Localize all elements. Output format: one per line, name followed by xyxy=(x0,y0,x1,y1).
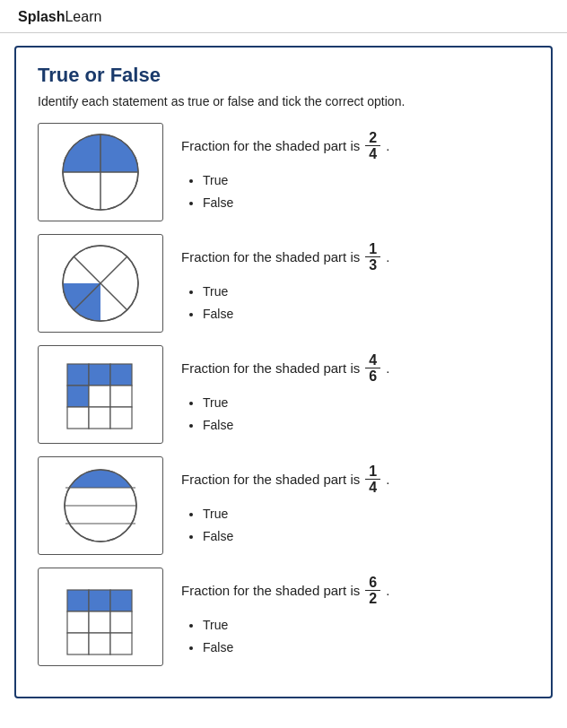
sentence-text-2: Fraction for the shaded part is xyxy=(181,249,360,264)
logo-splash: Splash xyxy=(18,9,65,24)
numerator-2: 1 xyxy=(365,241,380,258)
svg-rect-16 xyxy=(110,407,132,429)
period-3: . xyxy=(386,360,389,376)
question-row-2: Fraction for the shaded part is 1 3 . Tr… xyxy=(38,234,529,333)
page-title: True or False xyxy=(38,64,529,87)
option-false-4[interactable]: False xyxy=(203,525,529,548)
option-true-1[interactable]: True xyxy=(203,169,529,192)
period-5: . xyxy=(386,583,389,598)
svg-rect-9 xyxy=(89,364,110,386)
svg-rect-15 xyxy=(89,407,110,429)
svg-rect-26 xyxy=(110,590,132,611)
instructions: Identify each statement as true or false… xyxy=(38,94,529,108)
numerator-4: 1 xyxy=(365,464,380,481)
fraction-sentence-3: Fraction for the shaded part is 4 6 . xyxy=(181,352,529,385)
options-4: True False xyxy=(181,503,529,548)
shape-1 xyxy=(38,123,163,221)
fraction-1: 2 4 xyxy=(365,130,380,162)
options-1: True False xyxy=(181,169,529,214)
svg-rect-24 xyxy=(67,590,89,611)
option-false-5[interactable]: False xyxy=(203,637,529,659)
shape-4 xyxy=(38,456,163,555)
svg-rect-10 xyxy=(110,364,132,386)
question-row-3: Fraction for the shaded part is 4 6 . Tr… xyxy=(38,345,529,444)
denominator-5: 2 xyxy=(365,591,380,607)
options-2: True False xyxy=(181,281,529,325)
question-row-1: Fraction for the shaded part is 2 4 . Tr… xyxy=(38,123,529,221)
logo: SplashLearn xyxy=(18,9,101,24)
fraction-3: 4 6 xyxy=(365,352,380,385)
svg-rect-14 xyxy=(67,407,89,429)
denominator-3: 6 xyxy=(365,368,380,385)
question-row-5: Fraction for the shaded part is 6 2 . Tr… xyxy=(38,568,529,666)
option-true-3[interactable]: True xyxy=(203,392,529,414)
numerator-1: 2 xyxy=(365,130,380,147)
option-false-1[interactable]: False xyxy=(203,192,529,214)
option-true-5[interactable]: True xyxy=(203,614,529,637)
svg-rect-32 xyxy=(110,633,132,654)
fraction-5: 6 2 xyxy=(365,575,380,607)
svg-rect-13 xyxy=(110,386,132,407)
period-4: . xyxy=(386,472,389,487)
numerator-5: 6 xyxy=(365,575,380,592)
svg-rect-28 xyxy=(89,611,110,633)
shape-5 xyxy=(38,568,163,666)
svg-rect-25 xyxy=(89,590,110,611)
svg-rect-12 xyxy=(89,386,110,407)
fraction-sentence-4: Fraction for the shaded part is 1 4 . xyxy=(181,464,529,496)
denominator-1: 4 xyxy=(365,146,380,162)
q-text-3: Fraction for the shaded part is 4 6 . Tr… xyxy=(181,352,529,438)
logo-learn: Learn xyxy=(65,9,101,24)
q-text-4: Fraction for the shaded part is 1 4 . Tr… xyxy=(181,464,529,549)
option-false-2[interactable]: False xyxy=(203,303,529,325)
q-text-2: Fraction for the shaded part is 1 3 . Tr… xyxy=(181,241,529,326)
shape-2 xyxy=(38,234,163,333)
options-5: True False xyxy=(181,614,529,659)
sentence-text-1: Fraction for the shaded part is xyxy=(181,138,360,153)
svg-rect-31 xyxy=(89,633,110,654)
numerator-3: 4 xyxy=(365,352,380,369)
svg-rect-27 xyxy=(67,611,89,633)
options-3: True False xyxy=(181,392,529,437)
top-bar: SplashLearn xyxy=(0,0,567,33)
period-1: . xyxy=(386,138,389,153)
svg-rect-11 xyxy=(67,386,89,407)
denominator-2: 3 xyxy=(365,257,380,273)
fraction-sentence-2: Fraction for the shaded part is 1 3 . xyxy=(181,241,529,273)
sentence-text-3: Fraction for the shaded part is xyxy=(181,360,360,376)
shape-3 xyxy=(38,345,163,444)
period-2: . xyxy=(386,249,389,264)
q-text-5: Fraction for the shaded part is 6 2 . Tr… xyxy=(181,575,529,660)
question-row-4: Fraction for the shaded part is 1 4 . Tr… xyxy=(38,456,529,555)
option-true-4[interactable]: True xyxy=(203,503,529,525)
option-true-2[interactable]: True xyxy=(203,281,529,303)
sentence-text-4: Fraction for the shaded part is xyxy=(181,472,360,487)
q-text-1: Fraction for the shaded part is 2 4 . Tr… xyxy=(181,130,529,215)
option-false-3[interactable]: False xyxy=(203,414,529,437)
denominator-4: 4 xyxy=(365,480,380,496)
svg-rect-29 xyxy=(110,611,132,633)
svg-rect-30 xyxy=(67,633,89,654)
page-wrapper: SplashLearn True or False Identify each … xyxy=(0,0,567,728)
svg-rect-19 xyxy=(65,470,136,488)
fraction-2: 1 3 xyxy=(365,241,380,273)
fraction-sentence-5: Fraction for the shaded part is 6 2 . xyxy=(181,575,529,607)
fraction-4: 1 4 xyxy=(365,464,380,496)
fraction-sentence-1: Fraction for the shaded part is 2 4 . xyxy=(181,130,529,162)
sentence-text-5: Fraction for the shaded part is xyxy=(181,583,360,598)
svg-rect-8 xyxy=(67,364,89,386)
main-content: True or False Identify each statement as… xyxy=(14,46,553,698)
